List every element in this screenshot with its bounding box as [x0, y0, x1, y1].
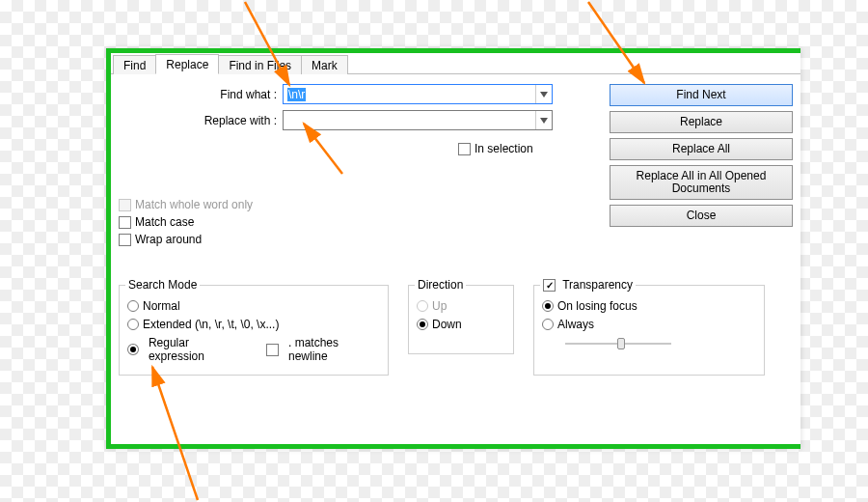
- always-radio[interactable]: [542, 319, 554, 330]
- wrap-around-label: Wrap around: [135, 233, 202, 246]
- transparency-checkbox[interactable]: [543, 279, 556, 292]
- close-button[interactable]: Close: [610, 205, 793, 227]
- replace-with-dropdown[interactable]: [535, 111, 552, 129]
- wrap-around-checkbox[interactable]: [119, 234, 131, 246]
- in-selection-option[interactable]: In selection: [458, 142, 533, 155]
- regex-radio[interactable]: [127, 344, 139, 355]
- chevron-down-icon: [540, 92, 548, 98]
- dialog-body: Find what : \n\r Replace with : In selec…: [111, 74, 800, 444]
- match-case-option[interactable]: Match case: [119, 215, 253, 229]
- button-column: Find Next Replace Replace All Replace Al…: [610, 84, 793, 232]
- find-what-input[interactable]: \n\r: [283, 84, 553, 104]
- find-what-dropdown[interactable]: [535, 85, 552, 103]
- tab-bar: Find Replace Find in Files Mark: [111, 53, 800, 74]
- match-whole-word-option: Match whole word only: [119, 198, 253, 211]
- search-mode-extended[interactable]: Extended (\n, \r, \t, \0, \x...): [127, 318, 380, 331]
- transparency-always[interactable]: Always: [542, 318, 756, 331]
- transparency-on-losing-focus[interactable]: On losing focus: [542, 299, 756, 313]
- direction-up: Up: [417, 299, 505, 313]
- on-losing-focus-radio[interactable]: [542, 300, 554, 312]
- replace-all-docs-button[interactable]: Replace All in All Opened Documents: [610, 165, 793, 200]
- find-next-button[interactable]: Find Next: [610, 84, 793, 106]
- match-options: Match whole word only Match case Wrap ar…: [119, 198, 253, 250]
- replace-button[interactable]: Replace: [610, 111, 793, 133]
- direction-down[interactable]: Down: [417, 318, 505, 331]
- tab-find-in-files[interactable]: Find in Files: [218, 55, 302, 74]
- down-radio[interactable]: [417, 319, 428, 330]
- wrap-around-option[interactable]: Wrap around: [119, 233, 253, 246]
- in-selection-label: In selection: [475, 142, 533, 155]
- direction-group: Direction Up Down: [408, 285, 514, 354]
- tab-mark[interactable]: Mark: [301, 55, 348, 74]
- search-mode-legend: Search Mode: [125, 278, 200, 292]
- match-case-checkbox[interactable]: [119, 216, 131, 229]
- normal-radio[interactable]: [127, 300, 139, 312]
- extended-radio[interactable]: [127, 319, 139, 330]
- search-mode-regex[interactable]: Regular expression . matches newline: [127, 336, 380, 363]
- replace-with-input[interactable]: [283, 110, 553, 130]
- match-whole-word-label: Match whole word only: [135, 198, 253, 211]
- transparency-slider[interactable]: [565, 337, 671, 350]
- match-whole-word-checkbox: [119, 199, 131, 211]
- transparency-legend: Transparency: [540, 278, 636, 292]
- matches-newline-checkbox[interactable]: [266, 344, 279, 356]
- chevron-down-icon: [540, 118, 548, 124]
- find-what-label: Find what :: [119, 88, 283, 101]
- direction-legend: Direction: [415, 278, 466, 292]
- match-case-label: Match case: [135, 215, 194, 229]
- up-radio: [417, 300, 428, 312]
- replace-dialog: Find Replace Find in Files Mark Find wha…: [106, 48, 800, 449]
- search-mode-normal[interactable]: Normal: [127, 299, 380, 313]
- replace-with-label: Replace with :: [119, 114, 283, 127]
- in-selection-checkbox[interactable]: [458, 143, 471, 155]
- tab-replace[interactable]: Replace: [155, 54, 219, 74]
- tab-find[interactable]: Find: [113, 55, 156, 74]
- replace-all-button[interactable]: Replace All: [610, 138, 793, 160]
- transparency-group: Transparency On losing focus Always: [533, 285, 765, 376]
- slider-thumb[interactable]: [617, 338, 625, 349]
- find-what-value: \n\r: [287, 88, 306, 101]
- search-mode-group: Search Mode Normal Extended (\n, \r, \t,…: [119, 285, 389, 376]
